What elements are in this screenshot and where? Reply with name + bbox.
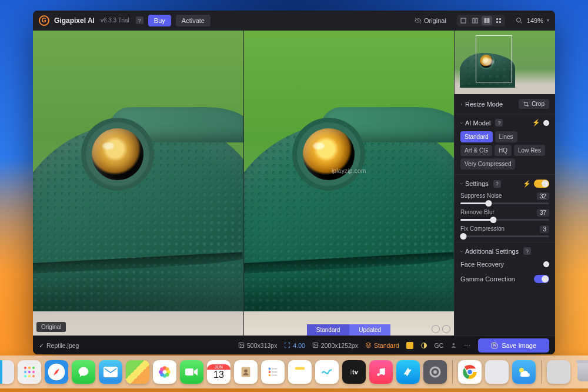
fix-compression-row: Fix Compression3 (460, 225, 549, 237)
navigator-thumbnail[interactable] (455, 31, 555, 94)
dock-finder-icon[interactable] (0, 360, 14, 384)
app-name: Gigapixel AI (54, 16, 95, 25)
sb-contrast[interactable] (420, 342, 427, 349)
sb-model[interactable]: Standard (365, 342, 399, 349)
original-toggle[interactable]: Original (415, 17, 446, 24)
dock-trash-icon[interactable] (574, 360, 588, 384)
help-icon[interactable]: ? (493, 180, 501, 188)
remove-blur-row: Remove Blur37 (460, 209, 549, 221)
dock-launchpad-icon[interactable] (18, 360, 41, 384)
zoom-value: 149% (527, 17, 543, 24)
model-art-cg[interactable]: Art & CG (460, 145, 492, 156)
svg-rect-0 (461, 18, 466, 23)
svg-point-15 (453, 343, 455, 346)
view-single-icon[interactable] (458, 16, 469, 25)
additional-settings-label: Additional Settings (465, 248, 519, 255)
zoom-control[interactable]: 149% ▾ (516, 17, 549, 24)
dock-messages-icon[interactable] (72, 360, 95, 384)
sb-more[interactable]: ⋯ (464, 342, 471, 349)
help-icon[interactable]: ? (523, 247, 531, 255)
auto-model-toggle[interactable] (543, 120, 549, 126)
model-very-compressed[interactable]: Very Compressed (460, 158, 515, 170)
chevron-down-icon[interactable]: › (459, 250, 465, 252)
eye-off-icon (415, 17, 422, 24)
dock-safari-icon[interactable] (45, 360, 68, 384)
bolt-icon: ⚡ (523, 180, 531, 188)
navigator-viewport-rect[interactable] (476, 35, 512, 82)
sb-face[interactable] (450, 342, 457, 348)
remove-blur-value: 37 (537, 209, 549, 217)
dock-chrome-icon[interactable] (458, 360, 482, 384)
crop-icon (523, 101, 529, 107)
face-recovery-toggle[interactable] (543, 261, 549, 267)
chevron-down-icon: ▾ (547, 18, 549, 23)
processed-pane: iplayzip.com Standard Updated (243, 31, 455, 335)
dock-contacts-icon[interactable] (234, 360, 258, 384)
check-icon: ✓ (39, 342, 44, 349)
svg-rect-39 (272, 368, 277, 370)
model-lines[interactable]: Lines (495, 131, 517, 142)
svg-point-17 (28, 367, 31, 369)
auto-settings-toggle[interactable] (534, 180, 549, 188)
save-image-button[interactable]: Save Image (478, 338, 549, 353)
view-grid-icon[interactable] (493, 16, 504, 25)
chevron-right-icon[interactable]: › (460, 101, 462, 107)
crop-button[interactable]: Crop (519, 99, 549, 109)
contrast-icon (420, 342, 427, 349)
dock-tv-icon[interactable]: tv (342, 360, 366, 384)
smile-icon[interactable] (432, 325, 440, 333)
sb-filename[interactable]: ✓ Reptile.jpeg (39, 342, 79, 349)
help-icon[interactable]: ? (136, 16, 143, 24)
dock-freeform-icon[interactable] (315, 360, 339, 384)
sb-color-swatch[interactable] (406, 342, 413, 349)
dock-calendar-icon[interactable]: JUN13 (207, 360, 230, 384)
settings-section: › Settings ? ⚡ Suppress Noise32 Remove B… (455, 175, 555, 242)
buy-button[interactable]: Buy (148, 15, 171, 26)
chevron-down-icon[interactable]: › (459, 183, 465, 185)
suppress-noise-slider[interactable] (460, 202, 549, 204)
compare-tab-updated[interactable]: Updated (349, 324, 390, 335)
cal-month: JUN (207, 364, 230, 370)
bolt-icon: ⚡ (532, 119, 540, 127)
view-split-icon[interactable] (470, 16, 480, 25)
dock-maps-icon[interactable] (126, 360, 149, 384)
chevron-down-icon[interactable]: › (459, 122, 465, 124)
svg-point-21 (32, 371, 35, 373)
compare-tab-standard[interactable]: Standard (307, 324, 350, 335)
dock-weather-icon[interactable] (512, 360, 536, 384)
view-side-by-side-icon[interactable] (482, 16, 492, 25)
sb-scale[interactable]: 4.00 (284, 342, 305, 349)
frown-icon[interactable] (442, 325, 450, 333)
gamma-correction-toggle[interactable] (534, 275, 549, 283)
svg-rect-3 (484, 18, 486, 23)
filename-text: Reptile.jpeg (46, 342, 79, 349)
fix-compression-slider[interactable] (460, 235, 549, 237)
svg-point-20 (28, 371, 31, 373)
remove-blur-slider[interactable] (460, 219, 549, 221)
dock-music-icon[interactable] (369, 360, 393, 384)
preview-viewport[interactable]: Original iplayzip.com Standard Updated (33, 31, 454, 335)
dock-mail-icon[interactable] (99, 360, 122, 384)
sb-gc[interactable]: GC (435, 342, 444, 349)
zoom-icon (516, 17, 523, 24)
activate-button[interactable]: Activate (176, 15, 211, 26)
dock-notes-icon[interactable] (288, 360, 312, 384)
dock-settings-icon[interactable] (423, 360, 447, 384)
dock-appstore-icon[interactable] (396, 360, 420, 384)
dock-minimized-window[interactable] (547, 360, 570, 384)
model-standard[interactable]: Standard (460, 131, 493, 142)
svg-point-23 (28, 375, 31, 377)
dock-reminders-icon[interactable] (261, 360, 285, 384)
ai-model-options: Standard Lines Art & CG HQ Low Res Very … (460, 131, 549, 170)
fix-compression-label: Fix Compression (460, 225, 505, 233)
sb-source-dims: 500x313px (238, 342, 277, 349)
model-low-res[interactable]: Low Res (514, 145, 545, 156)
image-icon (312, 342, 319, 348)
ai-model-section: › AI Model ? ⚡ Standard Lines Art & CG H… (455, 114, 555, 175)
model-hq[interactable]: HQ (495, 145, 512, 156)
more-icon: ⋯ (464, 342, 471, 349)
dock-photos-icon[interactable] (153, 360, 176, 384)
help-icon[interactable]: ? (495, 119, 503, 127)
dock-app-icon[interactable] (485, 360, 509, 384)
dock-facetime-icon[interactable] (180, 360, 203, 384)
